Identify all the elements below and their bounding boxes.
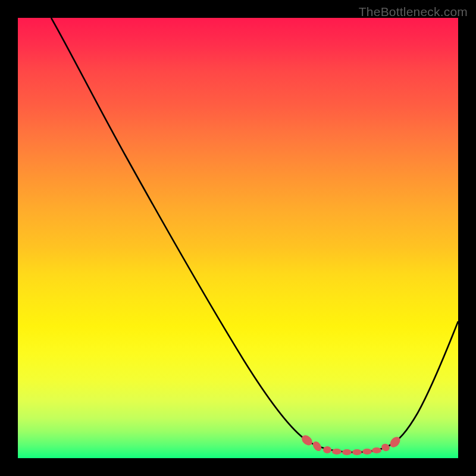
watermark-text: TheBottleneck.com bbox=[359, 5, 468, 19]
highlight-dot bbox=[352, 449, 362, 455]
highlight-dot bbox=[323, 446, 331, 453]
highlight-dot bbox=[300, 433, 314, 447]
chart-frame: TheBottleneck.com bbox=[0, 0, 476, 476]
highlight-dot bbox=[372, 447, 381, 453]
highlight-dot bbox=[332, 449, 342, 455]
highlight-dot bbox=[380, 443, 390, 452]
highlight-dot bbox=[311, 440, 323, 453]
highlight-dot bbox=[342, 449, 352, 455]
highlight-dot-group bbox=[300, 433, 402, 455]
bottleneck-curve-path bbox=[51, 18, 458, 452]
highlight-dot bbox=[362, 449, 372, 455]
plot-area bbox=[18, 18, 458, 458]
curve-layer bbox=[18, 18, 458, 458]
